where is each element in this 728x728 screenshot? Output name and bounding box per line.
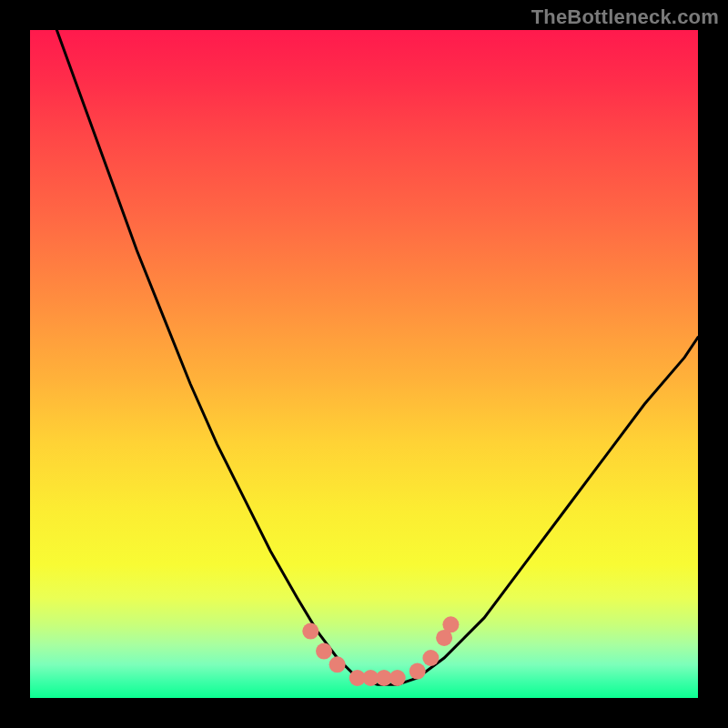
bottleneck-curve-path	[56, 30, 698, 684]
marker-cluster	[302, 616, 459, 686]
chart-svg	[30, 30, 698, 698]
marker-dot	[389, 670, 406, 686]
marker-dot	[422, 650, 439, 666]
marker-dot	[442, 616, 459, 632]
marker-dot	[329, 656, 346, 672]
watermark-text: TheBottleneck.com	[531, 5, 719, 29]
marker-dot	[316, 643, 332, 660]
marker-dot	[410, 663, 426, 680]
chart-frame: TheBottleneck.com	[0, 0, 728, 728]
marker-dot	[302, 623, 318, 640]
